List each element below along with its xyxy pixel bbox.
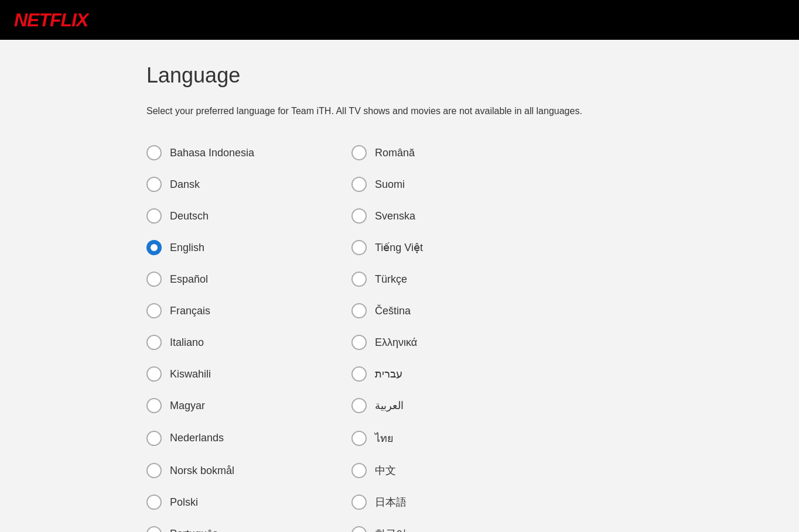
radio-ivrit[interactable] [351, 366, 367, 382]
radio-japanese[interactable] [351, 495, 367, 510]
language-option-espanol[interactable]: Español [146, 263, 351, 295]
language-label-portugues: Português [170, 528, 218, 533]
radio-deutsch[interactable] [146, 208, 162, 224]
app-header: NETFLIX [0, 0, 799, 40]
page-title: Language [146, 63, 653, 88]
language-label-magyar: Magyar [170, 400, 205, 412]
language-option-turkce[interactable]: Türkçe [351, 263, 556, 295]
radio-dansk[interactable] [146, 177, 162, 192]
radio-turkce[interactable] [351, 272, 367, 287]
language-option-tieng-viet[interactable]: Tiếng Việt [351, 232, 556, 263]
language-option-svenska[interactable]: Svenska [351, 200, 556, 232]
language-label-deutsch: Deutsch [170, 210, 209, 222]
language-label-english: English [170, 242, 204, 254]
language-label-ivrit: עברית [375, 368, 402, 380]
language-label-japanese: 日本語 [375, 495, 407, 509]
radio-portugues[interactable] [146, 526, 162, 532]
language-option-thai[interactable]: ไทย [351, 421, 556, 455]
language-option-magyar[interactable]: Magyar [146, 390, 351, 421]
radio-bahasa-indonesia[interactable] [146, 145, 162, 160]
language-option-nederlands[interactable]: Nederlands [146, 421, 351, 455]
language-option-chinese[interactable]: 中文 [351, 455, 556, 486]
language-option-english[interactable]: English [146, 232, 351, 263]
language-label-nederlands: Nederlands [170, 432, 224, 444]
language-option-norsk-bokmal[interactable]: Norsk bokmål [146, 455, 351, 486]
language-option-bahasa-indonesia[interactable]: Bahasa Indonesia [146, 137, 351, 169]
language-option-japanese[interactable]: 日本語 [351, 486, 556, 518]
language-option-francais[interactable]: Français [146, 295, 351, 327]
language-label-turkce: Türkçe [375, 273, 407, 286]
language-label-suomi: Suomi [375, 179, 405, 191]
radio-nederlands[interactable] [146, 431, 162, 446]
language-option-cestina[interactable]: Čeština [351, 295, 556, 327]
language-label-tieng-viet: Tiếng Việt [375, 241, 423, 254]
language-label-ellinika: Ελληνικά [375, 337, 417, 349]
radio-chinese[interactable] [351, 463, 367, 478]
radio-thai[interactable] [351, 431, 367, 446]
language-option-kiswahili[interactable]: Kiswahili [146, 358, 351, 390]
radio-magyar[interactable] [146, 398, 162, 413]
language-option-polski[interactable]: Polski [146, 486, 351, 518]
language-label-thai: ไทย [375, 430, 394, 447]
language-label-svenska: Svenska [375, 210, 415, 222]
page-description: Select your preferred language for Team … [146, 104, 653, 118]
language-option-italiano[interactable]: Italiano [146, 327, 351, 358]
netflix-logo: NETFLIX [14, 9, 88, 31]
radio-english[interactable] [146, 240, 162, 255]
language-label-francais: Français [170, 305, 210, 317]
language-label-arabic: العربية [375, 399, 404, 412]
language-label-chinese: 中文 [375, 464, 396, 478]
language-option-dansk[interactable]: Dansk [146, 169, 351, 200]
radio-arabic[interactable] [351, 398, 367, 413]
language-grid: Bahasa IndonesiaRomânăDanskSuomiDeutschS… [146, 137, 556, 532]
language-label-dansk: Dansk [170, 179, 200, 191]
language-label-korean: 한국어 [375, 527, 407, 532]
language-label-romana: Română [375, 147, 415, 159]
radio-inner-english [151, 244, 158, 251]
radio-romana[interactable] [351, 145, 367, 160]
language-label-polski: Polski [170, 496, 198, 509]
radio-korean[interactable] [351, 526, 367, 532]
radio-kiswahili[interactable] [146, 366, 162, 382]
language-option-deutsch[interactable]: Deutsch [146, 200, 351, 232]
radio-italiano[interactable] [146, 335, 162, 350]
radio-svenska[interactable] [351, 208, 367, 224]
language-option-romana[interactable]: Română [351, 137, 556, 169]
radio-francais[interactable] [146, 303, 162, 318]
radio-cestina[interactable] [351, 303, 367, 318]
language-option-arabic[interactable]: العربية [351, 390, 556, 421]
radio-suomi[interactable] [351, 177, 367, 192]
language-option-suomi[interactable]: Suomi [351, 169, 556, 200]
language-option-ellinika[interactable]: Ελληνικά [351, 327, 556, 358]
radio-tieng-viet[interactable] [351, 240, 367, 255]
language-label-norsk-bokmal: Norsk bokmål [170, 465, 234, 477]
radio-ellinika[interactable] [351, 335, 367, 350]
language-label-kiswahili: Kiswahili [170, 368, 211, 380]
language-option-ivrit[interactable]: עברית [351, 358, 556, 390]
language-option-portugues[interactable]: Português [146, 518, 351, 532]
language-label-cestina: Čeština [375, 305, 411, 317]
radio-espanol[interactable] [146, 272, 162, 287]
radio-polski[interactable] [146, 495, 162, 510]
language-label-italiano: Italiano [170, 337, 204, 349]
radio-norsk-bokmal[interactable] [146, 463, 162, 478]
language-option-korean[interactable]: 한국어 [351, 518, 556, 532]
language-label-bahasa-indonesia: Bahasa Indonesia [170, 147, 254, 159]
language-label-espanol: Español [170, 273, 208, 286]
